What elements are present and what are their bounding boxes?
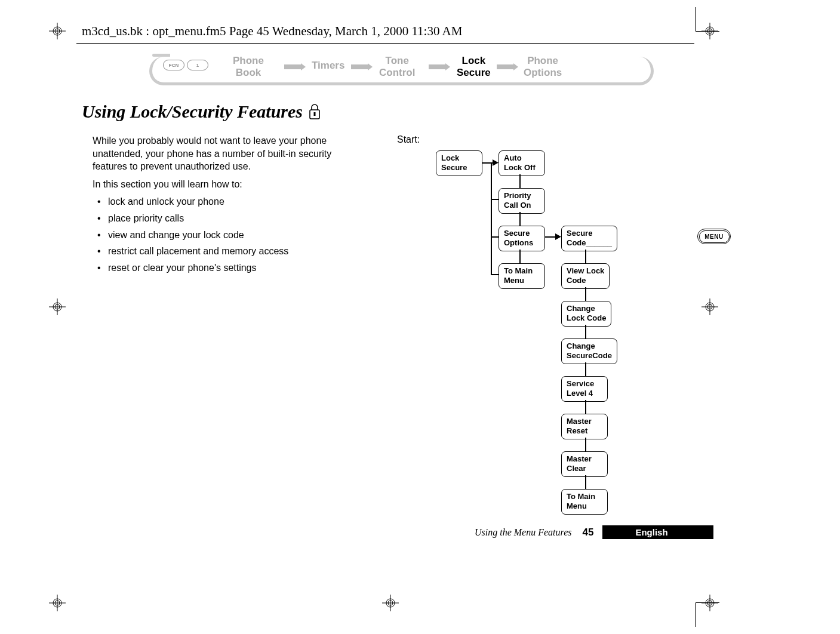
diag-connector: [585, 325, 586, 338]
registration-mark-icon: [49, 298, 66, 315]
diag-connector: [491, 199, 499, 200]
menu-button-icon: MENU: [697, 229, 731, 244]
diag-box-change-lock-code: ChangeLock Code: [561, 301, 611, 327]
diag-connector: [491, 162, 492, 275]
diag-box-to-main-menu-2: To MainMenu: [561, 489, 608, 515]
registration-mark-icon: [701, 23, 718, 39]
diag-connector: [519, 174, 521, 188]
list-item: reset or clear your phone's settings: [97, 261, 355, 275]
diag-box-master-clear: MasterClear: [561, 451, 608, 477]
intro-paragraph: While you probably would not want to lea…: [93, 134, 355, 173]
page-title: Using Lock/Security Features: [82, 101, 321, 122]
one-key-icon: 1: [187, 60, 208, 70]
footer-section-title: Using the Menu Features: [475, 527, 571, 538]
diag-connector: [585, 475, 586, 489]
file-path-header: m3cd_us.bk : opt_menu.fm5 Page 45 Wednes…: [82, 24, 462, 39]
nav-item-phone-book: PhoneBook: [233, 55, 264, 78]
diag-connector: [585, 438, 586, 451]
diag-connector: [585, 400, 586, 414]
page-footer: Using the Menu Features 45 English: [475, 525, 713, 539]
nav-item-phone-options: PhoneOptions: [524, 55, 562, 78]
arrow-right-icon: [555, 233, 561, 240]
registration-mark-icon: [382, 595, 399, 611]
arrow-right-icon: [429, 62, 450, 69]
registration-mark-icon: [701, 298, 718, 315]
list-item: restrict call placement and memory acces…: [97, 245, 355, 258]
arrow-right-icon: [351, 62, 373, 69]
diag-box-secure-code: SecureCode______: [561, 226, 617, 251]
nav-key-combo: FCN 1: [163, 60, 208, 70]
menu-nav-bar: FCN 1 PhoneBook Timers ToneControl LockS…: [131, 54, 657, 93]
diag-connector: [585, 250, 586, 263]
diag-connector: [519, 250, 521, 263]
list-item: view and change your lock code: [97, 229, 355, 242]
menu-diagram: Start: LockSecure AutoLock Off PriorityC…: [397, 134, 648, 145]
language-badge: English: [602, 525, 713, 539]
svg-rect-29: [314, 112, 316, 116]
start-label: Start:: [397, 134, 648, 145]
registration-mark-icon: [49, 23, 66, 39]
intro-paragraph-2: In this section you will learn how to:: [93, 178, 355, 191]
diag-connector: [585, 362, 586, 376]
body-text: While you probably would not want to lea…: [93, 134, 355, 278]
diag-box-service-level: ServiceLevel 4: [561, 376, 608, 402]
diag-connector: [491, 236, 499, 238]
arrow-right-icon: [497, 62, 518, 69]
diag-box-priority-call-on: PriorityCall On: [499, 188, 545, 214]
diag-box-change-securecode: ChangeSecureCode: [561, 338, 617, 364]
nav-item-timers: Timers: [312, 60, 344, 72]
diag-box-view-lock-code: View LockCode: [561, 263, 610, 289]
diag-box-auto-lock-off: AutoLock Off: [499, 150, 545, 176]
arrow-right-icon: [493, 159, 499, 166]
diag-connector: [491, 274, 499, 275]
diag-box-lock-secure: LockSecure: [436, 150, 482, 176]
arrow-right-icon: [284, 62, 306, 69]
nav-item-tone-control: ToneControl: [379, 55, 415, 78]
crop-mark: [695, 603, 696, 627]
diag-box-master-reset: MasterReset: [561, 414, 608, 439]
diag-connector: [519, 212, 521, 226]
crop-mark: [695, 7, 696, 31]
nav-item-lock-secure: LockSecure: [457, 55, 491, 78]
registration-mark-icon: [701, 595, 718, 611]
diag-connector: [585, 287, 586, 301]
diag-box-secure-options: SecureOptions: [499, 226, 545, 251]
lock-icon: [309, 104, 321, 120]
fcn-key-icon: FCN: [163, 60, 184, 70]
page-title-text: Using Lock/Security Features: [82, 101, 303, 122]
diag-box-to-main-menu: To MainMenu: [499, 263, 545, 289]
header-rule: [76, 43, 694, 44]
page-number: 45: [582, 527, 593, 538]
feature-list: lock and unlock your phone place priorit…: [93, 195, 355, 274]
list-item: place priority calls: [97, 212, 355, 225]
registration-mark-icon: [49, 595, 66, 611]
list-item: lock and unlock your phone: [97, 195, 355, 208]
